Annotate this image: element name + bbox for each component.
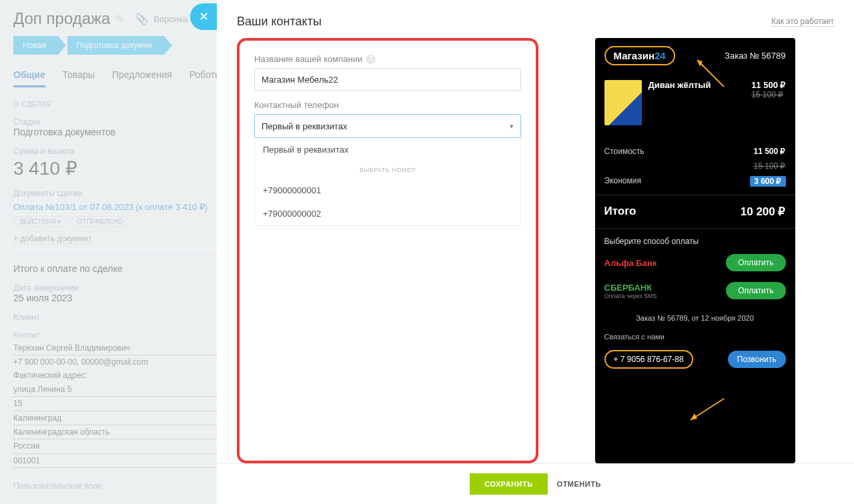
shop-logo: Магазин24 <box>604 46 675 65</box>
close-icon[interactable]: ✕ <box>190 3 217 30</box>
cancel-button[interactable]: ОТМЕНИТЬ <box>557 473 601 495</box>
order-number: Заказ № 56789 <box>725 51 785 61</box>
pay-button-alfa[interactable]: Оплатить <box>726 254 785 271</box>
phone-selected: Первый в реквизитах <box>262 121 348 131</box>
call-button[interactable]: Позвонить <box>728 351 786 368</box>
modal-footer: СОХРАНИТЬ ОТМЕНИТЬ <box>217 463 854 504</box>
saving-value: 3 600 ₽ <box>750 176 785 187</box>
how-it-works-link[interactable]: Как это работает <box>771 17 834 27</box>
saving-label: Экономия <box>604 176 641 187</box>
payment-select-label: Выберите способ оплаты <box>595 229 795 249</box>
order-line: Заказ № 56789, от 12 ноября 2020 <box>595 305 795 329</box>
phone-option-2[interactable]: +79000000002 <box>255 202 520 225</box>
contact-us-label: Связаться с нами <box>595 329 795 345</box>
product-price: 11 500 ₽ <box>751 80 785 90</box>
payment-preview: Магазин24 Заказ № 56789 Диван жёлтый 11 … <box>595 38 795 463</box>
cost-label: Стоимость <box>604 147 645 156</box>
bank-sber: СБЕРБАНКОплата через SMS <box>604 283 657 299</box>
cost-value: 11 500 ₽ <box>753 147 785 156</box>
options-divider: ВЫБРАТЬ НОМЕР <box>255 161 520 179</box>
contacts-form: Название вашей компании ? Контактный тел… <box>237 38 538 463</box>
product-thumbnail <box>604 80 642 125</box>
pay-button-sber[interactable]: Оплатить <box>726 282 785 299</box>
phone-dropdown: Первый в реквизитах ВЫБРАТЬ НОМЕР +79000… <box>254 138 521 226</box>
phone-option-default[interactable]: Первый в реквизитах <box>255 138 520 161</box>
contact-phone-pill: + 7 9056 876-67-88 <box>604 350 693 369</box>
company-label: Название вашей компании <box>254 54 362 64</box>
product-name: Диван жёлтый <box>649 80 745 90</box>
phone-select[interactable]: Первый в реквизитах ▾ <box>254 114 521 138</box>
phone-option-1[interactable]: +79000000001 <box>255 179 520 202</box>
total-value: 10 200 ₽ <box>741 205 786 219</box>
chevron-down-icon: ▾ <box>510 122 514 131</box>
company-input[interactable] <box>254 68 521 91</box>
contacts-modal: ✕ Ваши контакты Как это работает Названи… <box>217 0 854 504</box>
help-icon[interactable]: ? <box>366 55 376 64</box>
modal-title: Ваши контакты <box>237 15 322 29</box>
total-label: Итого <box>604 205 636 219</box>
save-button[interactable]: СОХРАНИТЬ <box>470 473 547 495</box>
cost-old: 15 100 ₽ <box>753 161 785 171</box>
product-old-price: 15 100 ₽ <box>751 90 785 99</box>
phone-label: Контактный телефон <box>254 100 339 110</box>
bank-alfa: Альфа Банк <box>604 258 657 268</box>
